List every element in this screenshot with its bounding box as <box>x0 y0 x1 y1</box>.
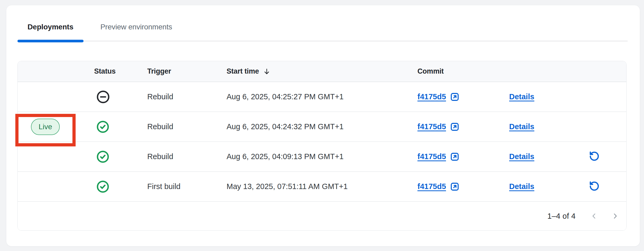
retry-deployment-button[interactable] <box>587 179 601 193</box>
external-link-icon <box>449 151 460 162</box>
table-header-badge <box>18 61 88 82</box>
deployments-card: Deployments Preview environments Status … <box>6 5 640 246</box>
table-header-status: Status <box>88 61 141 82</box>
actions-cell <box>570 172 627 201</box>
pagination-previous-button[interactable] <box>587 209 601 223</box>
details-cell: Details <box>503 112 570 142</box>
commit-cell: f4175d5 <box>411 82 503 112</box>
badge-cell <box>18 142 88 172</box>
commit-link[interactable]: f4175d5 <box>417 151 460 162</box>
start-time-cell: Aug 6, 2025, 04:25:27 PM GMT+1 <box>220 82 411 112</box>
table-header-details <box>503 61 570 82</box>
commit-sha: f4175d5 <box>417 182 446 191</box>
tab-preview-environments[interactable]: Preview environments <box>90 23 182 41</box>
start-time-label: Start time <box>227 67 259 75</box>
badge-cell <box>18 82 88 112</box>
actions-cell <box>570 82 627 112</box>
trigger-cell: Rebuild <box>141 142 220 172</box>
table-header-trigger: Trigger <box>141 61 220 82</box>
commit-link[interactable]: f4175d5 <box>417 92 460 102</box>
start-time-cell: Aug 6, 2025, 04:09:13 PM GMT+1 <box>220 142 411 172</box>
deployment-row: Rebuild Aug 6, 2025, 04:09:13 PM GMT+1 f… <box>18 142 627 172</box>
commit-cell: f4175d5 <box>411 172 503 201</box>
external-link-icon <box>449 92 460 102</box>
tab-bar: Deployments Preview environments <box>17 5 628 41</box>
commit-cell: f4175d5 <box>411 112 503 142</box>
deployment-row: Rebuild Aug 6, 2025, 04:25:27 PM GMT+1 f… <box>18 82 627 112</box>
table-header-start-time[interactable]: Start time <box>220 61 411 82</box>
trigger-cell: First build <box>141 172 220 201</box>
start-time-cell: May 13, 2025, 07:51:11 AM GMT+1 <box>220 172 411 201</box>
pagination-range-label: 1–4 of 4 <box>548 212 576 221</box>
commit-cell: f4175d5 <box>411 142 503 172</box>
details-link[interactable]: Details <box>509 92 534 101</box>
details-cell: Details <box>503 172 570 201</box>
external-link-icon <box>449 181 460 192</box>
retry-icon <box>588 180 600 192</box>
pagination-bar: 1–4 of 4 <box>18 202 626 230</box>
check-circle-icon <box>96 150 110 164</box>
details-link[interactable]: Details <box>509 152 534 161</box>
deployment-row: Live Rebuild Aug 6, 2025, 04:24:32 PM GM… <box>18 112 627 142</box>
external-link-icon <box>449 122 460 132</box>
commit-link[interactable]: f4175d5 <box>417 122 460 132</box>
table-header-actions <box>570 61 627 82</box>
retry-icon <box>588 150 600 162</box>
details-link[interactable]: Details <box>509 122 534 131</box>
commit-sha: f4175d5 <box>417 152 446 161</box>
badge-cell <box>18 172 88 201</box>
details-cell: Details <box>503 82 570 112</box>
start-time-cell: Aug 6, 2025, 04:24:32 PM GMT+1 <box>220 112 411 142</box>
check-circle-icon <box>96 120 110 134</box>
minus-circle-icon <box>96 90 110 104</box>
commit-sha: f4175d5 <box>417 92 446 101</box>
trigger-cell: Rebuild <box>141 82 220 112</box>
sort-descending-arrow-down-icon <box>263 68 271 75</box>
status-cell <box>88 172 141 201</box>
actions-cell <box>570 142 627 172</box>
trigger-cell: Rebuild <box>141 112 220 142</box>
live-status-badge: Live <box>31 119 60 135</box>
chevron-left-icon <box>591 213 597 219</box>
deployment-row: First build May 13, 2025, 07:51:11 AM GM… <box>18 172 627 201</box>
commit-link[interactable]: f4175d5 <box>417 181 460 192</box>
table-header-commit: Commit <box>411 61 503 82</box>
table-header-row: Status Trigger Start time <box>18 61 627 82</box>
retry-deployment-button[interactable] <box>587 149 601 163</box>
commit-sha: f4175d5 <box>417 122 446 131</box>
details-cell: Details <box>503 142 570 172</box>
actions-cell <box>570 112 627 142</box>
badge-cell: Live <box>18 112 88 142</box>
deployments-table: Status Trigger Start time <box>18 61 627 202</box>
chevron-right-icon <box>612 213 619 219</box>
status-cell <box>88 112 141 142</box>
details-link[interactable]: Details <box>509 182 534 191</box>
deployments-table-container: Status Trigger Start time <box>17 61 627 231</box>
status-cell <box>88 142 141 172</box>
status-cell <box>88 82 141 112</box>
tab-deployments[interactable]: Deployments <box>17 23 84 41</box>
check-circle-icon <box>96 180 110 194</box>
pagination-next-button[interactable] <box>608 209 622 223</box>
